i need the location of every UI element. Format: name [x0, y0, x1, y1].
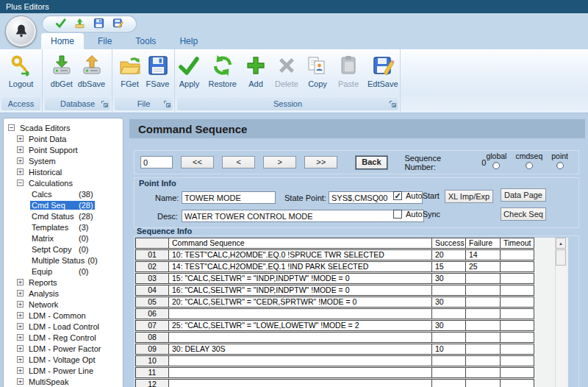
failure-cell[interactable]	[466, 320, 501, 331]
tree-item-calcs[interactable]: Calcs(38)	[30, 188, 121, 199]
cmd-cell[interactable]: 10: TEST"CALC,H2OMDE".EQ.0 !SPRUCE TWR S…	[169, 249, 432, 260]
tree-item-point-support[interactable]: +Point Support	[17, 144, 121, 155]
session-dialog-launcher-icon[interactable]	[390, 100, 396, 109]
scrollbar-thumb[interactable]	[556, 249, 566, 266]
tree-item-cmd-status[interactable]: Cmd Status(28)	[30, 210, 121, 221]
column-header-timeout[interactable]: Timeout	[501, 238, 534, 249]
timeout-cell[interactable]	[501, 297, 534, 308]
success-cell[interactable]: 20	[432, 249, 466, 260]
success-cell[interactable]: 30	[432, 297, 466, 308]
row-number[interactable]: 07	[135, 320, 169, 331]
tree-item-ldm-voltage-opt[interactable]: +LDM - Voltage Opt	[17, 354, 121, 365]
success-cell[interactable]	[432, 367, 466, 378]
import-quick-icon[interactable]	[74, 18, 85, 30]
failure-cell[interactable]	[466, 273, 501, 284]
expand-icon[interactable]: +	[17, 334, 24, 341]
tree-item-multiple-status[interactable]: Multiple Status(0)	[30, 255, 121, 266]
expand-icon[interactable]: +	[17, 135, 24, 142]
desc-input[interactable]	[182, 210, 424, 222]
cmd-cell[interactable]	[169, 379, 432, 387]
expand-icon[interactable]: +	[17, 290, 24, 297]
global-radio[interactable]	[492, 162, 500, 169]
previous-record-button[interactable]: <	[222, 156, 255, 168]
record-number-input[interactable]	[140, 156, 173, 168]
expand-icon[interactable]: +	[17, 301, 24, 308]
row-number[interactable]: 01	[135, 249, 169, 260]
autosync-checkbox[interactable]	[393, 210, 402, 219]
failure-cell[interactable]: 14	[466, 249, 501, 260]
cmd-cell[interactable]	[169, 355, 432, 366]
success-cell[interactable]	[432, 308, 466, 319]
database-dialog-launcher-icon[interactable]	[101, 100, 108, 109]
tree-item-reports[interactable]: +Reports	[17, 277, 121, 288]
timeout-cell[interactable]	[501, 379, 534, 387]
cmd-cell[interactable]: 25: "CALC,SELTWR" = "LOWE,LOWETW" !MODE …	[169, 320, 432, 331]
tree-item-network[interactable]: +Network	[17, 299, 121, 310]
success-cell[interactable]: 30	[432, 273, 466, 284]
name-input[interactable]	[182, 191, 276, 204]
tree-item-multispeak[interactable]: +MultiSpeak	[17, 376, 121, 387]
row-number[interactable]: 04	[135, 285, 169, 296]
tree-item-point-data[interactable]: +Point Data	[17, 133, 121, 144]
cmd-cell[interactable]: 30: DELAY 30S	[169, 344, 432, 355]
collapse-icon[interactable]: −	[8, 124, 15, 131]
timeout-cell[interactable]	[501, 273, 534, 284]
failure-cell[interactable]: 25	[466, 261, 501, 272]
tree-item-ldm-power-line[interactable]: +LDM - Power Line	[17, 365, 121, 376]
cmd-cell[interactable]	[169, 367, 432, 378]
edit-save-quick-icon[interactable]	[112, 18, 123, 30]
apply-button[interactable]: Apply	[175, 52, 203, 90]
failure-cell[interactable]	[466, 344, 501, 355]
row-number[interactable]: 10	[135, 355, 169, 366]
tree-item-ldm-common[interactable]: +LDM - Common	[17, 310, 121, 321]
check-seq-button[interactable]: Check Seq	[501, 207, 546, 221]
expand-icon[interactable]: +	[17, 157, 24, 164]
first-record-button[interactable]: <<	[181, 156, 214, 168]
timeout-cell[interactable]	[501, 285, 534, 296]
autosync-checkbox-row[interactable]: AutoSync	[393, 210, 440, 219]
tree-item-system[interactable]: +System	[17, 155, 121, 166]
row-number[interactable]: 09	[135, 344, 169, 355]
xl-impexp-button[interactable]: XL Imp/Exp	[445, 190, 493, 203]
tree-item-historical[interactable]: +Historical	[17, 166, 121, 177]
tree-item-setpt-copy[interactable]: Setpt Copy(0)	[30, 244, 121, 255]
expand-icon[interactable]: +	[17, 312, 24, 319]
tree-item-scada-editors[interactable]: − Scada Editors	[8, 122, 121, 133]
timeout-cell[interactable]	[501, 308, 534, 319]
cmd-cell[interactable]: 14: TEST"CALC,H2OMDE".EQ.1 !IND PARK SEL…	[169, 261, 432, 272]
column-header-success[interactable]: Success	[432, 238, 466, 249]
data-page-button[interactable]: Data Page	[501, 188, 546, 202]
expand-icon[interactable]: +	[17, 168, 24, 175]
timeout-cell[interactable]	[501, 344, 534, 355]
app-menu-button[interactable]	[5, 15, 37, 47]
failure-cell[interactable]	[466, 379, 501, 387]
scroll-up-icon[interactable]: ▲	[556, 238, 566, 249]
next-record-button[interactable]: >	[263, 156, 296, 168]
add-button[interactable]: Add	[242, 52, 270, 90]
file-dialog-launcher-icon[interactable]	[164, 100, 171, 109]
failure-cell[interactable]	[466, 355, 501, 366]
tab-file[interactable]: File	[88, 33, 121, 49]
row-number[interactable]: 08	[135, 332, 169, 343]
expand-icon[interactable]: +	[17, 345, 24, 352]
row-number[interactable]: 03	[135, 273, 169, 284]
row-number[interactable]: 06	[135, 308, 169, 319]
expand-icon[interactable]: +	[17, 323, 24, 330]
expand-icon[interactable]: +	[17, 378, 24, 385]
timeout-cell[interactable]	[501, 261, 534, 272]
grid-scrollbar[interactable]: ▲	[555, 238, 566, 387]
back-button[interactable]: Back	[356, 156, 387, 169]
tab-help[interactable]: Help	[170, 33, 207, 49]
collapse-icon[interactable]: −	[17, 180, 24, 186]
autostart-checkbox[interactable]: ✓	[393, 191, 402, 200]
cmd-cell[interactable]: 15: "CALC,SELTWR" = "INDP,INDPTW" !MODE …	[169, 273, 432, 284]
timeout-cell[interactable]	[501, 367, 534, 378]
success-cell[interactable]: 10	[432, 344, 466, 355]
expand-icon[interactable]: +	[17, 367, 24, 374]
failure-cell[interactable]	[466, 285, 501, 296]
failure-cell[interactable]	[466, 297, 501, 308]
success-cell[interactable]: 30	[432, 320, 466, 331]
expand-icon[interactable]: +	[17, 279, 24, 285]
restore-button[interactable]: Restore	[206, 52, 239, 90]
logout-button[interactable]: Logout	[7, 52, 36, 90]
